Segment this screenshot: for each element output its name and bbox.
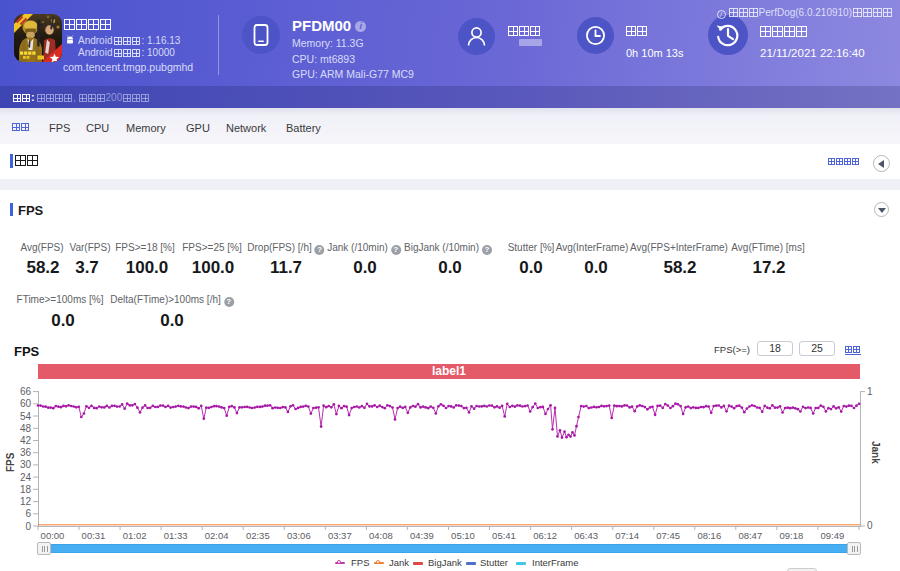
svg-text:48: 48 <box>20 423 32 434</box>
svg-text:07:45: 07:45 <box>656 530 680 541</box>
svg-text:03:37: 03:37 <box>328 530 352 541</box>
svg-text:02:35: 02:35 <box>246 530 270 541</box>
svg-text:42: 42 <box>20 435 32 446</box>
svg-text:09:49: 09:49 <box>821 530 845 541</box>
svg-text:FPS: FPS <box>5 452 16 472</box>
svg-text:05:41: 05:41 <box>492 530 516 541</box>
svg-text:09:18: 09:18 <box>780 530 804 541</box>
svg-text:6: 6 <box>25 508 31 519</box>
svg-text:60: 60 <box>20 398 32 409</box>
svg-text:1: 1 <box>867 386 873 397</box>
svg-text:66: 66 <box>20 386 32 397</box>
svg-text:0: 0 <box>867 520 873 531</box>
svg-text:Jank: Jank <box>870 441 881 464</box>
svg-text:12: 12 <box>20 496 32 507</box>
svg-text:08:16: 08:16 <box>697 530 721 541</box>
svg-text:04:08: 04:08 <box>369 530 393 541</box>
svg-text:06:43: 06:43 <box>574 530 598 541</box>
svg-text:08:47: 08:47 <box>738 530 762 541</box>
svg-text:06:12: 06:12 <box>533 530 557 541</box>
svg-text:30: 30 <box>20 459 32 470</box>
svg-text:01:02: 01:02 <box>123 530 147 541</box>
svg-text:0: 0 <box>25 521 31 532</box>
svg-text:04:39: 04:39 <box>410 530 434 541</box>
svg-text:07:14: 07:14 <box>615 530 639 541</box>
svg-text:54: 54 <box>20 411 32 422</box>
svg-text:01:33: 01:33 <box>164 530 188 541</box>
svg-text:36: 36 <box>20 447 32 458</box>
svg-text:24: 24 <box>20 472 32 483</box>
svg-text:05:10: 05:10 <box>451 530 475 541</box>
svg-text:00:31: 00:31 <box>82 530 106 541</box>
svg-text:18: 18 <box>20 484 32 495</box>
svg-text:03:06: 03:06 <box>287 530 311 541</box>
svg-text:00:00: 00:00 <box>41 530 65 541</box>
svg-text:02:04: 02:04 <box>205 530 229 541</box>
